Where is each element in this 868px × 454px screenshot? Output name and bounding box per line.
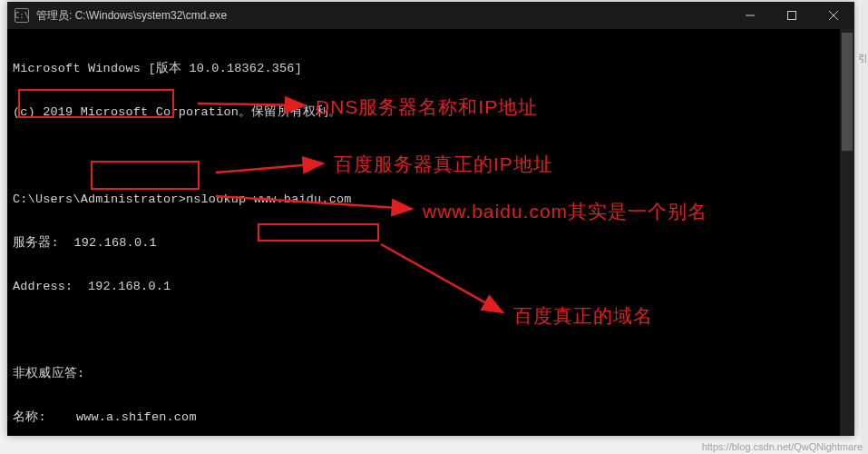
output-line: 名称: www.a.shifen.com: [13, 410, 849, 425]
maximize-button[interactable]: [771, 2, 813, 29]
annotation-dns: DNS服务器名称和IP地址: [316, 94, 538, 120]
cmd-icon: C:\: [15, 8, 29, 23]
output-line: 服务器: 192.168.0.1: [13, 236, 849, 251]
watermark-text: https://blog.csdn.net/QwQNightmare: [702, 441, 863, 452]
annotation-ip: 百度服务器真正的IP地址: [334, 152, 553, 177]
window-title: 管理员: C:\Windows\system32\cmd.exe: [36, 8, 227, 24]
output-line: Address: 192.168.0.1: [13, 280, 849, 294]
minimize-button[interactable]: [729, 2, 771, 29]
output-line: Microsoft Windows [版本 10.0.18362.356]: [13, 62, 849, 76]
annotation-alias: www.baidu.com其实是一个别名: [423, 199, 707, 224]
cmd-window: C:\ 管理员: C:\Windows\system32\cmd.exe Mic…: [7, 2, 854, 436]
window-titlebar[interactable]: C:\ 管理员: C:\Windows\system32\cmd.exe: [7, 2, 854, 29]
terminal-output[interactable]: Microsoft Windows [版本 10.0.18362.356] (c…: [7, 29, 854, 436]
output-line: [13, 323, 849, 338]
svg-rect-1: [788, 12, 796, 20]
output-line: 非权威应答:: [13, 367, 849, 381]
annotation-realdomain: 百度真正的域名: [513, 303, 653, 329]
close-button[interactable]: [813, 2, 854, 29]
